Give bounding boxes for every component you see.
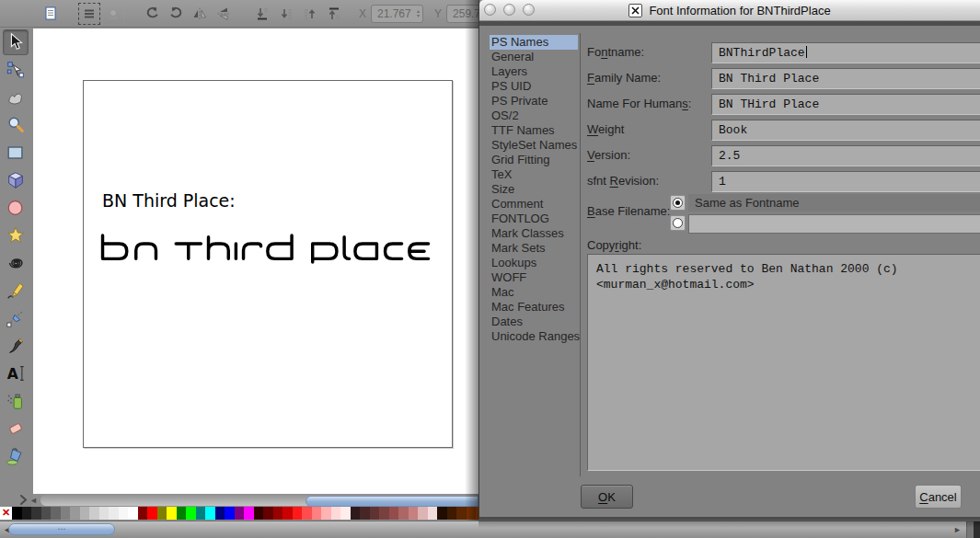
palette-swatch[interactable] <box>235 507 245 520</box>
palette-swatch[interactable] <box>379 507 389 520</box>
eraser-tool[interactable] <box>3 416 29 441</box>
base-filename-custom-radio[interactable] <box>670 215 686 231</box>
bottom-scrollbar-thumb[interactable]: ⋯ <box>8 523 115 535</box>
palette-swatch[interactable] <box>254 507 264 520</box>
category-mark-classes[interactable]: Mark Classes <box>490 226 578 241</box>
rotate-ccw-icon[interactable] <box>142 4 162 24</box>
palette-swatch[interactable] <box>418 507 428 520</box>
category-ps-uid[interactable]: PS UID <box>490 79 578 94</box>
category-os-2[interactable]: OS/2 <box>490 109 578 123</box>
palette-swatch[interactable] <box>31 507 41 520</box>
category-ttf-names[interactable]: TTF Names <box>490 123 578 138</box>
canvas-scrollbar-track[interactable] <box>40 495 478 506</box>
palette-swatch[interactable] <box>22 507 32 520</box>
category-dates[interactable]: Dates <box>490 315 578 329</box>
family-name-field[interactable]: BN Third Place <box>711 68 980 89</box>
raise-one-step-icon[interactable] <box>300 4 320 24</box>
calligraphy-tool[interactable] <box>3 333 29 359</box>
sfnt-revision-field[interactable]: 1 <box>711 171 980 192</box>
palette-swatch[interactable] <box>89 507 99 520</box>
node-editor-tool[interactable] <box>3 57 29 83</box>
spray-tool[interactable] <box>3 388 29 414</box>
palette-swatch[interactable] <box>360 507 370 520</box>
ok-button[interactable]: OK <box>581 485 633 509</box>
base-filename-same-radio[interactable] <box>670 195 686 211</box>
version-field[interactable]: 2.5 <box>711 145 980 166</box>
paint-bucket-tool[interactable] <box>3 443 29 469</box>
weight-field[interactable]: Book <box>711 120 980 141</box>
palette-swatch[interactable] <box>312 507 322 520</box>
select-all-icon[interactable] <box>79 4 99 24</box>
fontname-field[interactable]: BNThirdPlace <box>711 42 980 63</box>
zoom-tool[interactable] <box>3 112 29 138</box>
palette-swatch[interactable] <box>70 507 80 520</box>
palette-swatch[interactable] <box>398 507 409 520</box>
palette-swatch[interactable] <box>215 507 225 520</box>
palette-swatch[interactable] <box>51 507 61 520</box>
category-mark-sets[interactable]: Mark Sets <box>490 241 578 256</box>
lower-one-step-icon[interactable] <box>276 4 296 24</box>
palette-swatch[interactable] <box>293 507 303 520</box>
flip-horizontal-icon[interactable] <box>190 4 210 24</box>
bezier-pen-tool[interactable] <box>3 305 29 331</box>
palette-swatch[interactable] <box>147 507 157 520</box>
category-size[interactable]: Size <box>490 182 578 197</box>
raise-to-top-icon[interactable] <box>324 4 344 24</box>
palette-swatch[interactable] <box>205 507 215 520</box>
rotate-cw-icon[interactable] <box>166 4 186 24</box>
palette-swatch[interactable] <box>437 507 447 520</box>
palette-swatch[interactable] <box>157 507 167 520</box>
palette-swatch[interactable] <box>302 507 312 520</box>
cancel-button[interactable]: Cancel <box>915 485 962 509</box>
deselect-icon[interactable] <box>103 4 123 24</box>
palette-swatch[interactable] <box>12 507 22 520</box>
ellipse-tool[interactable] <box>3 195 29 221</box>
palette-swatch[interactable] <box>340 507 351 520</box>
category-tex[interactable]: TeX <box>490 167 578 182</box>
dialog-titlebar[interactable]: Font Information for BNThirdPlace <box>479 0 980 21</box>
palette-swatch[interactable] <box>331 507 341 520</box>
name-for-humans-field[interactable]: BN THird Place <box>711 94 980 115</box>
palette-swatch[interactable] <box>109 507 119 520</box>
base-filename-field[interactable] <box>688 214 980 234</box>
palette-swatch[interactable] <box>225 507 235 520</box>
category-layers[interactable]: Layers <box>490 64 578 79</box>
palette-swatch[interactable] <box>41 507 52 520</box>
palette-swatch[interactable] <box>428 507 438 520</box>
category-unicode-ranges[interactable]: Unicode Ranges <box>490 329 578 344</box>
palette-swatch[interactable] <box>177 507 187 520</box>
palette-swatch[interactable] <box>61 507 71 520</box>
category-grid-fitting[interactable]: Grid Fitting <box>490 153 578 167</box>
copyright-textarea[interactable]: All rights reserved to Ben Nathan 2000 (… <box>587 254 980 471</box>
document-properties-icon[interactable] <box>40 4 61 24</box>
star-tool[interactable] <box>3 223 29 248</box>
rectangle-tool[interactable] <box>3 140 29 166</box>
category-woff[interactable]: WOFF <box>490 270 578 285</box>
palette-swatch[interactable] <box>321 507 331 520</box>
category-ps-names[interactable]: PS Names <box>490 35 578 50</box>
palette-swatch[interactable] <box>128 507 138 520</box>
drawing-canvas[interactable]: BN Third Place: <box>33 29 478 494</box>
palette-swatch[interactable] <box>389 507 399 520</box>
canvas-scrollbar-thumb[interactable] <box>306 496 478 507</box>
palette-swatch[interactable] <box>80 507 90 520</box>
spinner-icon[interactable]: ▴▾ <box>417 9 420 18</box>
lower-to-bottom-icon[interactable] <box>252 4 272 24</box>
category-lookups[interactable]: Lookups <box>490 256 578 270</box>
selector-tool[interactable] <box>3 29 29 55</box>
palette-swatch[interactable] <box>138 507 148 520</box>
category-mac[interactable]: Mac <box>490 285 578 300</box>
flip-vertical-icon[interactable] <box>213 4 234 24</box>
palette-swatch[interactable] <box>196 507 206 520</box>
category-ps-private[interactable]: PS Private <box>490 94 578 109</box>
tweak-tool[interactable] <box>3 85 29 110</box>
palette-swatch[interactable] <box>447 507 457 520</box>
category-styleset-names[interactable]: StyleSet Names <box>490 138 578 153</box>
box-3d-tool[interactable] <box>3 167 29 193</box>
x-coordinate-field[interactable]: 21.767▴▾ <box>371 5 423 23</box>
text-tool[interactable]: A <box>3 361 29 386</box>
palette-swatch[interactable] <box>351 507 361 520</box>
palette-swatch[interactable] <box>282 507 293 520</box>
no-color-swatch[interactable]: ✕ <box>0 507 12 520</box>
minimize-button[interactable] <box>503 4 515 16</box>
